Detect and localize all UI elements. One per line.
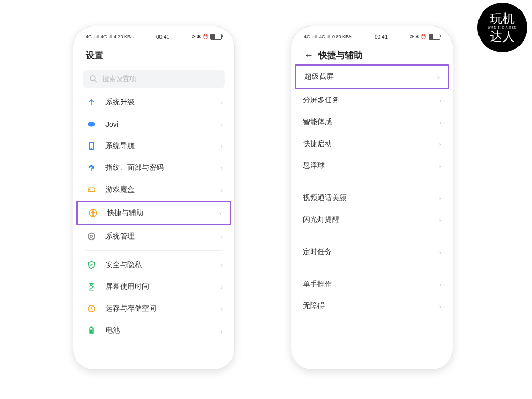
svg-point-9 [92, 211, 94, 212]
divider [85, 250, 223, 251]
svg-marker-10 [89, 233, 95, 240]
search-placeholder: 搜索设置项 [102, 74, 136, 84]
subpage-header: ← 快捷与辅助 [291, 44, 453, 64]
cell-icon: 4G [304, 34, 310, 39]
svg-rect-15 [91, 330, 92, 332]
chevron-right-icon: › [439, 162, 441, 170]
logo-line1: 玩机 [490, 12, 515, 25]
row-label: 单手操作 [303, 280, 332, 289]
row-security[interactable]: 安全与隐私 › [73, 254, 234, 276]
net-speed: 0.80 KB/s [332, 34, 352, 39]
settings-list: 系统升级 › Jovi › 系统导航 › 指纹、面部与密码 › 游戏魔盒 › 快… [73, 91, 234, 341]
gear-icon [87, 232, 96, 241]
hourglass-icon [87, 282, 96, 291]
row-system-upgrade[interactable]: 系统升级 › [73, 91, 234, 113]
row-system-nav[interactable]: 系统导航 › [73, 135, 234, 157]
search-input[interactable]: 搜索设置项 [83, 70, 225, 88]
row-one-hand[interactable]: 单手操作 › [291, 273, 453, 295]
status-bar: 4G ııll 4G ıll 0.80 KB/s 00:41 ⟳ ✱ ⏰ [291, 26, 453, 44]
row-shortcut-accessibility[interactable]: 快捷与辅助 › [78, 202, 230, 224]
svg-point-0 [90, 76, 95, 81]
row-float-ball[interactable]: 悬浮球 › [291, 155, 453, 177]
status-bar: 4G ııll 4G ıll 4.20 KB/s 00:41 ⟳ ✱ ⏰ [73, 26, 234, 44]
row-label: 屏幕使用时间 [105, 282, 149, 291]
row-label: 视频通话美颜 [303, 193, 347, 203]
row-accessibility[interactable]: 无障碍 › [291, 295, 453, 317]
chevron-right-icon: › [439, 194, 441, 202]
highlight-box: 超级截屏 › [295, 64, 449, 89]
row-label: 指纹、面部与密码 [105, 163, 164, 172]
battery-icon [210, 34, 222, 40]
watermark-logo: 玩机 WAN JI DA REN 达人 [479, 4, 526, 51]
back-button[interactable]: ← [304, 50, 313, 61]
row-super-screenshot[interactable]: 超级截屏 › [296, 66, 448, 88]
row-label: 运存与存储空间 [105, 304, 156, 313]
row-label: 系统升级 [105, 98, 135, 107]
row-flash-notify[interactable]: 闪光灯提醒 › [291, 209, 453, 231]
highlight-box: 快捷与辅助 › [76, 201, 231, 225]
page-title: 设置 [73, 44, 234, 64]
shield-icon [87, 260, 96, 270]
row-label: 超级截屏 [304, 72, 334, 82]
row-screentime[interactable]: 屏幕使用时间 › [73, 276, 234, 298]
section-gap [291, 263, 453, 273]
accessibility-icon [88, 208, 98, 218]
row-label: 快捷启动 [303, 139, 332, 149]
row-label: 电池 [105, 326, 120, 335]
row-label: 悬浮球 [303, 161, 325, 170]
row-label: 智能体感 [303, 117, 332, 127]
svg-point-2 [88, 122, 95, 127]
row-label: 快捷与辅助 [107, 208, 143, 218]
chevron-right-icon: › [221, 164, 223, 172]
row-label: 分屏多任务 [303, 96, 339, 105]
logo-line2: 达人 [490, 30, 515, 43]
wifi-icon: 4G ıll [101, 34, 112, 39]
row-system-mgmt[interactable]: 系统管理 › [73, 225, 234, 247]
row-battery[interactable]: 电池 › [73, 320, 234, 341]
row-video-beauty[interactable]: 视频通话美颜 › [291, 187, 453, 209]
chevron-right-icon: › [219, 209, 221, 217]
row-fingerprint[interactable]: 指纹、面部与密码 › [73, 157, 234, 179]
gamebox-icon [87, 185, 96, 194]
chevron-right-icon: › [221, 99, 223, 107]
row-label: 系统管理 [105, 232, 135, 241]
row-scheduled-tasks[interactable]: 定时任务 › [291, 241, 453, 263]
jovi-icon [87, 119, 96, 129]
chevron-right-icon: › [221, 142, 223, 150]
net-speed: 4.20 KB/s [114, 34, 134, 39]
status-time: 00:41 [375, 34, 388, 40]
search-icon [89, 74, 98, 84]
chevron-right-icon: › [439, 118, 441, 126]
row-label: 定时任务 [303, 247, 332, 257]
fingerprint-icon [87, 163, 96, 172]
chevron-right-icon: › [439, 281, 441, 288]
chevron-right-icon: › [221, 305, 223, 313]
row-label: 闪光灯提醒 [303, 215, 339, 224]
chevron-right-icon: › [221, 327, 223, 335]
row-quick-launch[interactable]: 快捷启动 › [291, 133, 453, 155]
svg-point-11 [90, 235, 93, 238]
row-split-screen[interactable]: 分屏多任务 › [291, 89, 453, 111]
chevron-right-icon: › [439, 216, 441, 224]
status-icons: ⟳ ✱ ⏰ [410, 34, 427, 39]
chevron-right-icon: › [439, 97, 441, 104]
svg-line-1 [95, 80, 97, 82]
chevron-right-icon: › [221, 186, 223, 194]
row-smart-motion[interactable]: 智能体感 › [291, 111, 453, 133]
row-jovi[interactable]: Jovi › [73, 113, 234, 135]
chevron-right-icon: › [221, 261, 223, 269]
signal-icon: ııll [94, 34, 99, 39]
wifi-icon: 4G ıll [319, 34, 330, 39]
row-label: Jovi [105, 120, 118, 128]
page-title: 快捷与辅助 [318, 49, 363, 61]
signal-icon: ııll [312, 34, 317, 39]
row-storage[interactable]: 运存与存储空间 › [73, 298, 234, 320]
row-gamebox[interactable]: 游戏魔盒 › [73, 179, 234, 201]
section-gap [291, 231, 453, 241]
status-time: 00:41 [156, 34, 169, 40]
row-label: 安全与隐私 [105, 260, 142, 270]
phone-nav-icon [87, 141, 96, 151]
chevron-right-icon: › [221, 233, 223, 241]
phone-shortcut-accessibility: 4G ııll 4G ıll 0.80 KB/s 00:41 ⟳ ✱ ⏰ ← 快… [291, 26, 453, 370]
chevron-right-icon: › [221, 121, 223, 128]
